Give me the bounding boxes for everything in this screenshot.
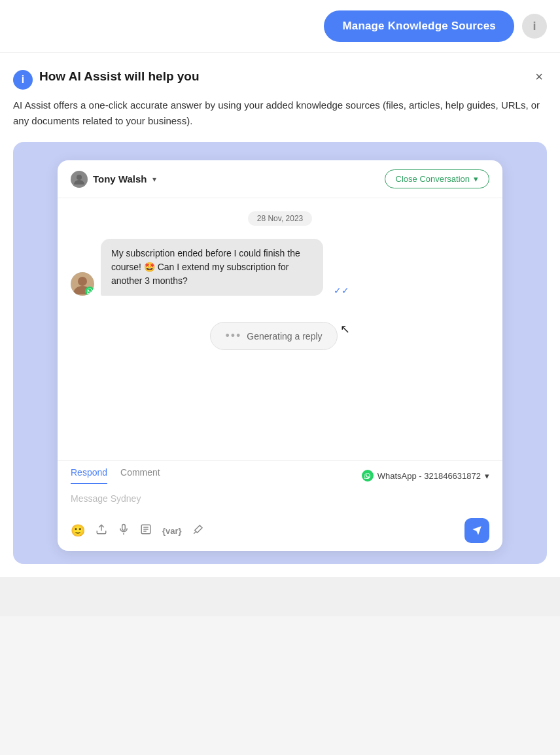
user-selector[interactable]: Tony Walsh ▾ bbox=[71, 171, 156, 188]
main-content: i How AI Assist will help you × AI Assis… bbox=[0, 53, 560, 577]
svg-line-10 bbox=[194, 531, 196, 533]
tab-respond[interactable]: Respond bbox=[71, 467, 107, 484]
send-button[interactable] bbox=[464, 518, 489, 543]
chat-footer: Respond Comment WhatsApp - 321846631872 … bbox=[58, 460, 502, 551]
message-placeholder: Message Sydney bbox=[71, 489, 489, 508]
info-icon-label: i bbox=[533, 20, 536, 33]
generating-label: Generating a reply bbox=[247, 331, 322, 342]
close-info-button[interactable]: × bbox=[531, 69, 547, 84]
top-bar: Manage Knowledge Sources i bbox=[0, 0, 560, 53]
bottom-bar bbox=[0, 577, 560, 616]
whatsapp-channel-label: WhatsApp - 321846631872 bbox=[377, 471, 481, 481]
upload-icon[interactable] bbox=[96, 523, 107, 538]
document-icon[interactable] bbox=[140, 523, 152, 538]
illustration-container: Tony Walsh ▾ Close Conversation ▾ 28 Nov… bbox=[13, 142, 547, 564]
toolbar-icons: 🙂 {var} bbox=[71, 523, 204, 538]
message-bubble: My subscription ended before I could fin… bbox=[101, 239, 323, 296]
info-header-row: How AI Assist will help you × bbox=[39, 69, 547, 84]
info-title: How AI Assist will help you bbox=[39, 69, 200, 84]
info-icon-blue: i bbox=[13, 70, 33, 90]
chat-header: Tony Walsh ▾ Close Conversation ▾ bbox=[58, 160, 502, 198]
date-label: 28 Nov, 2023 bbox=[248, 211, 313, 226]
dots-icon: ••• bbox=[225, 329, 241, 343]
svg-point-0 bbox=[77, 175, 82, 180]
chat-body: 28 Nov, 2023 My subscription ended befor… bbox=[58, 198, 502, 460]
tab-list: Respond Comment bbox=[71, 467, 160, 484]
variable-icon[interactable]: {var} bbox=[162, 526, 182, 536]
footer-toolbar: 🙂 {var} bbox=[58, 513, 502, 551]
close-conv-label: Close Conversation bbox=[396, 174, 470, 184]
message-text: My subscription ended before I could fin… bbox=[111, 248, 300, 286]
whatsapp-badge-icon bbox=[85, 287, 94, 296]
chat-card: Tony Walsh ▾ Close Conversation ▾ 28 Nov… bbox=[58, 160, 502, 551]
info-banner: i How AI Assist will help you × bbox=[13, 69, 547, 90]
message-avatar bbox=[71, 272, 94, 296]
tab-comment[interactable]: Comment bbox=[120, 467, 160, 484]
user-chevron-icon: ▾ bbox=[152, 175, 156, 184]
info-icon-top[interactable]: i bbox=[522, 14, 547, 39]
message-input-area[interactable]: Message Sydney bbox=[58, 484, 502, 513]
footer-tabs: Respond Comment WhatsApp - 321846631872 … bbox=[58, 461, 502, 484]
message-row: My subscription ended before I could fin… bbox=[71, 239, 489, 296]
cursor-icon: ↖ bbox=[340, 322, 350, 350]
user-avatar bbox=[71, 171, 88, 188]
magic-icon[interactable] bbox=[192, 523, 204, 538]
svg-rect-4 bbox=[122, 524, 126, 530]
generating-row: ••• Generating a reply ↖ bbox=[71, 322, 489, 350]
svg-point-2 bbox=[78, 277, 87, 286]
date-divider: 28 Nov, 2023 bbox=[71, 211, 489, 226]
whatsapp-channel-icon bbox=[362, 470, 374, 482]
manage-knowledge-button[interactable]: Manage Knowledge Sources bbox=[324, 10, 514, 42]
generating-pill: ••• Generating a reply bbox=[210, 322, 337, 350]
emoji-icon[interactable]: 🙂 bbox=[71, 523, 85, 538]
channel-chevron-icon: ▾ bbox=[485, 471, 489, 481]
whatsapp-channel-selector[interactable]: WhatsApp - 321846631872 ▾ bbox=[362, 470, 489, 482]
info-text-container: How AI Assist will help you × bbox=[39, 69, 547, 84]
close-conversation-button[interactable]: Close Conversation ▾ bbox=[385, 169, 489, 188]
mic-icon[interactable] bbox=[118, 523, 130, 538]
close-conv-chevron-icon: ▾ bbox=[474, 174, 478, 184]
read-ticks-icon: ✓✓ bbox=[334, 285, 349, 296]
info-description: AI Assist offers a one-click accurate an… bbox=[13, 97, 547, 129]
user-name: Tony Walsh bbox=[93, 173, 147, 184]
